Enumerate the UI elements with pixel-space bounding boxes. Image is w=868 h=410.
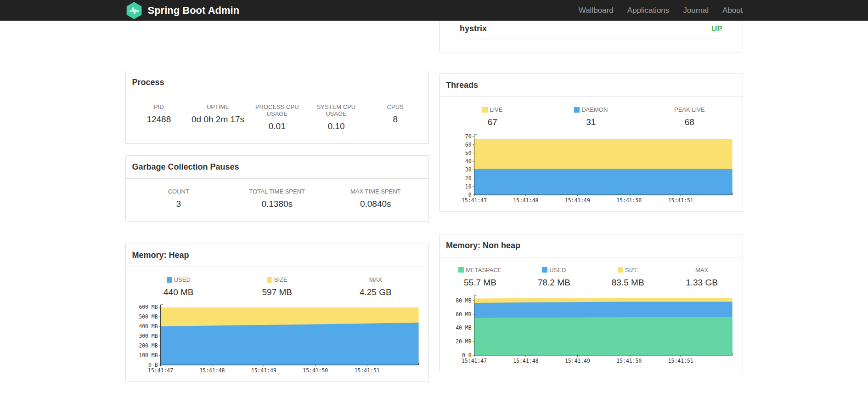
- stat-process-cpu-usage: PROCESS CPU USAGE 0.01: [248, 103, 307, 131]
- memory-heap-chart: 0 B100 MB200 MB300 MB400 MB500 MB600 MB1…: [131, 301, 423, 376]
- threads-panel: Threads LIVE 67 DAEMON 31: [439, 74, 743, 212]
- used-swatch-icon: [167, 277, 172, 283]
- legend-nonheap-max: MAX 1.33 GB: [665, 267, 739, 288]
- memory-heap-panel: Memory: Heap USED 440 MB SIZE 597 MB: [125, 244, 429, 382]
- threads-chart-wrap: 01020304050607015:41:4715:41:4815:41:491…: [440, 129, 743, 211]
- legend-heap-max: MAX 4.25 GB: [327, 276, 425, 297]
- svg-text:15:41:51: 15:41:51: [668, 197, 693, 204]
- svg-text:400 MB: 400 MB: [139, 323, 158, 330]
- svg-text:10: 10: [465, 183, 472, 190]
- svg-text:20 MB: 20 MB: [456, 338, 471, 345]
- stat-cpus: CPUS 8: [366, 103, 425, 131]
- live-swatch-icon: [482, 107, 488, 113]
- status-badge: UP: [711, 24, 722, 34]
- stat-pid: PID 12488: [130, 103, 189, 131]
- svg-text:15:41:50: 15:41:50: [303, 367, 328, 374]
- svg-text:15:41:48: 15:41:48: [199, 367, 225, 374]
- svg-text:600 MB: 600 MB: [139, 304, 158, 310]
- process-stats: PID 12488 UPTIME 0d 0h 2m 17s PROCESS CP…: [126, 94, 429, 143]
- process-panel: Process PID 12488 UPTIME 0d 0h 2m 17s PR…: [125, 71, 429, 144]
- svg-text:70: 70: [465, 133, 472, 140]
- svg-text:15:41:51: 15:41:51: [354, 367, 379, 374]
- svg-text:15:41:50: 15:41:50: [616, 197, 642, 204]
- threads-chart: 01020304050607015:41:4715:41:4815:41:491…: [445, 131, 737, 206]
- svg-text:60 MB: 60 MB: [456, 311, 471, 317]
- stat-gc-count: COUNT 3: [130, 188, 228, 209]
- stat-system-cpu-usage: SYSTEM CPU USAGE 0.10: [307, 103, 366, 131]
- gc-panel: Garbage Collection Pauses COUNT 3 TOTAL …: [125, 155, 429, 222]
- nav-item-journal[interactable]: Journal: [683, 6, 709, 15]
- svg-text:15:41:49: 15:41:49: [565, 197, 590, 204]
- legend-nonheap-metaspace: METASPACE 55.7 MB: [443, 267, 517, 288]
- legend-threads-daemon: DAEMON 31: [542, 106, 641, 127]
- legend-threads-peak-live: PEAK LIVE 68: [640, 106, 739, 127]
- svg-text:60: 60: [465, 142, 472, 148]
- memory-nonheap-panel-title: Memory: Non heap: [440, 234, 743, 257]
- navbar: Spring Boot Admin Wallboard Applications…: [0, 0, 868, 21]
- nav-item-wallboard[interactable]: Wallboard: [579, 6, 614, 15]
- svg-text:15:41:51: 15:41:51: [668, 358, 693, 364]
- main-content: Process PID 12488 UPTIME 0d 0h 2m 17s PR…: [125, 21, 743, 382]
- svg-text:50: 50: [465, 150, 472, 156]
- left-column: Process PID 12488 UPTIME 0d 0h 2m 17s PR…: [125, 71, 429, 382]
- legend-heap-used: USED 440 MB: [130, 276, 228, 297]
- legend-nonheap-size: SIZE 83.5 MB: [591, 267, 665, 288]
- legend-threads-live: LIVE 67: [443, 106, 542, 127]
- memory-heap-chart-wrap: 0 B100 MB200 MB300 MB400 MB500 MB600 MB1…: [126, 299, 429, 382]
- gc-stats: COUNT 3 TOTAL TIME SPENT 0.1380s MAX TIM…: [126, 179, 429, 221]
- svg-text:40 MB: 40 MB: [456, 325, 471, 331]
- stat-gc-total-time: TOTAL TIME SPENT 0.1380s: [228, 188, 327, 209]
- svg-text:15:41:49: 15:41:49: [251, 367, 276, 374]
- size-swatch-icon: [618, 267, 623, 273]
- memory-nonheap-panel: Memory: Non heap METASPACE 55.7 MB USED …: [439, 234, 743, 372]
- svg-text:15:41:49: 15:41:49: [565, 358, 590, 364]
- svg-text:200 MB: 200 MB: [139, 342, 158, 349]
- svg-text:20: 20: [465, 175, 472, 182]
- svg-text:15:41:47: 15:41:47: [148, 367, 173, 374]
- right-column: hystrix UP Threads LIVE 67 DAEMON: [439, 21, 743, 372]
- svg-text:15:41:47: 15:41:47: [462, 197, 487, 204]
- memory-nonheap-chart: 0 B20 MB40 MB60 MB80 MB15:41:4715:41:481…: [445, 291, 737, 366]
- svg-text:15:41:50: 15:41:50: [616, 358, 642, 364]
- health-row-hystrix: hystrix UP: [460, 21, 722, 39]
- nav-item-about[interactable]: About: [722, 6, 743, 15]
- threads-panel-title: Threads: [440, 74, 743, 97]
- memory-heap-panel-title: Memory: Heap: [126, 244, 429, 267]
- nav-item-applications[interactable]: Applications: [627, 6, 670, 15]
- memory-heap-legend: USED 440 MB SIZE 597 MB MAX 4.25 GB: [126, 267, 429, 299]
- panel-spacer: [440, 39, 743, 52]
- daemon-swatch-icon: [574, 107, 580, 113]
- stat-uptime: UPTIME 0d 0h 2m 17s: [188, 103, 248, 131]
- health-name: hystrix: [460, 24, 487, 34]
- svg-text:15:41:47: 15:41:47: [462, 358, 487, 364]
- memory-nonheap-chart-wrap: 0 B20 MB40 MB60 MB80 MB15:41:4715:41:481…: [440, 290, 743, 372]
- process-panel-title: Process: [126, 71, 429, 94]
- brand-link[interactable]: Spring Boot Admin: [125, 2, 240, 19]
- nav-links: Wallboard Applications Journal About: [565, 6, 743, 15]
- legend-heap-size: SIZE 597 MB: [228, 276, 327, 297]
- svg-text:100 MB: 100 MB: [139, 352, 158, 359]
- svg-text:500 MB: 500 MB: [139, 313, 158, 320]
- svg-text:15:41:48: 15:41:48: [513, 197, 538, 204]
- threads-legend: LIVE 67 DAEMON 31 PEAK LIVE 68: [440, 97, 743, 129]
- svg-text:15:41:48: 15:41:48: [513, 358, 538, 364]
- memory-nonheap-legend: METASPACE 55.7 MB USED 78.2 MB SIZE: [440, 257, 743, 290]
- metaspace-swatch-icon: [458, 267, 464, 273]
- svg-text:30: 30: [465, 166, 472, 173]
- gc-panel-title: Garbage Collection Pauses: [126, 156, 429, 179]
- legend-nonheap-used: USED 78.2 MB: [517, 267, 591, 288]
- svg-text:40: 40: [465, 158, 472, 165]
- size-swatch-icon: [267, 277, 272, 283]
- svg-text:300 MB: 300 MB: [139, 333, 158, 339]
- brand-title: Spring Boot Admin: [148, 5, 240, 17]
- used-swatch-icon: [542, 267, 547, 273]
- spring-boot-admin-logo-icon: [125, 2, 143, 19]
- application-status-panel: hystrix UP: [439, 21, 743, 52]
- stat-gc-max-time: MAX TIME SPENT 0.0840s: [327, 188, 425, 209]
- svg-text:80 MB: 80 MB: [456, 297, 471, 304]
